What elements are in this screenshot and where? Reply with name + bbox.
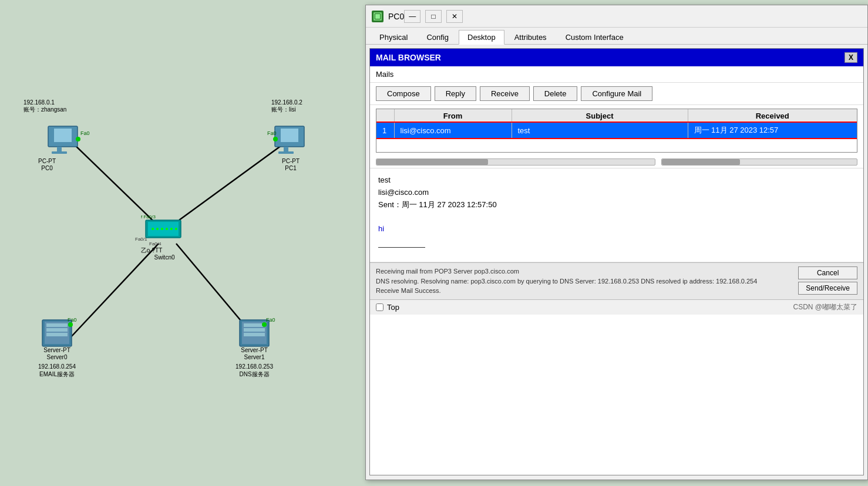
reply-button[interactable]: Reply <box>435 86 476 101</box>
tab-custom-interface[interactable]: Custom Interface <box>557 30 633 44</box>
svg-text:f Fa0/3: f Fa0/3 <box>141 214 156 220</box>
window-icon <box>372 11 383 22</box>
svg-text:Fa0: Fa0 <box>80 130 90 136</box>
svg-text:Server-PT: Server-PT <box>241 347 268 353</box>
svg-rect-36 <box>46 323 68 327</box>
delete-button[interactable]: Delete <box>533 86 578 101</box>
svg-text:乙o-?TT: 乙o-?TT <box>141 247 163 254</box>
mail-browser-panel: MAIL BROWSER X Mails Compose Reply Recei… <box>369 48 864 475</box>
svg-text:192.168.0.1: 192.168.0.1 <box>23 99 55 106</box>
svg-rect-48 <box>244 328 265 332</box>
horizontal-scrollbar-1[interactable] <box>376 158 655 166</box>
scrollbar-area <box>370 156 863 168</box>
compose-button[interactable]: Compose <box>376 86 431 101</box>
svg-point-39 <box>68 322 73 327</box>
window-controls: — □ ✕ <box>404 10 463 23</box>
window-title: PC0 <box>388 12 404 21</box>
svg-text:Fa0: Fa0 <box>68 317 77 323</box>
svg-text:Fa0/4: Fa0/4 <box>149 241 162 247</box>
svg-rect-38 <box>46 333 68 336</box>
status-bar: Receiving mail from POP3 Server pop3.cis… <box>370 262 863 299</box>
mail-row-1[interactable]: 1 lisi@cisco.com test 周一 11月 27 2023 12:… <box>376 123 857 138</box>
svg-rect-61 <box>375 14 380 19</box>
mail-table-container: From Subject Received 1 lisi@cisco.com t… <box>376 109 857 153</box>
svg-point-26 <box>166 228 168 230</box>
email-separator <box>378 247 425 248</box>
svg-point-50 <box>262 322 267 327</box>
scrollbar-thumb-1 <box>376 159 488 165</box>
svg-point-23 <box>152 228 154 230</box>
svg-rect-16 <box>278 151 294 154</box>
svg-text:192.168.0.254: 192.168.0.254 <box>38 363 76 370</box>
network-diagram: Fa0 PC-PT PC0 Fa0 PC-PT PC1 f Fa0/3 Fa0/… <box>0 0 364 486</box>
email-subject-line: test <box>378 174 855 187</box>
mail-row-empty <box>376 138 857 152</box>
col-subject: Subject <box>512 109 688 123</box>
col-received: Received <box>688 109 857 123</box>
tab-desktop[interactable]: Desktop <box>459 30 504 45</box>
svg-text:PC0: PC0 <box>41 165 53 171</box>
svg-rect-49 <box>244 333 265 336</box>
svg-text:Fa0/1: Fa0/1 <box>135 237 147 242</box>
status-action-buttons: Cancel Send/Receive <box>798 266 857 295</box>
svg-rect-6 <box>54 129 72 142</box>
svg-text:Fa0: Fa0 <box>267 130 277 136</box>
svg-text:DNS服务器: DNS服务器 <box>239 371 269 377</box>
svg-rect-0 <box>0 0 364 486</box>
mail-body: test lisi@cisco.com Sent：周一 11月 27 2023 … <box>370 168 863 262</box>
scrollbar-thumb-2 <box>662 159 740 165</box>
svg-rect-14 <box>281 129 298 142</box>
svg-point-27 <box>170 228 173 230</box>
svg-text:EMAIL服务器: EMAIL服务器 <box>39 371 75 377</box>
svg-rect-37 <box>46 328 68 332</box>
configure-mail-button[interactable]: Configure Mail <box>581 86 652 101</box>
svg-rect-7 <box>57 147 62 151</box>
row-received: 周一 11月 27 2023 12:57 <box>688 123 857 138</box>
svg-text:PC1: PC1 <box>285 165 297 171</box>
tab-attributes[interactable]: Attributes <box>506 30 556 44</box>
svg-point-25 <box>161 228 163 230</box>
email-body-content: hi <box>378 223 855 235</box>
bottom-bar: Top CSDN @嘟嘟太菜了 <box>370 299 863 315</box>
pc0-window: PC0 — □ ✕ Physical Config Desktop Attrib… <box>365 5 868 480</box>
email-sent-line: Sent：周一 11月 27 2023 12:57:50 <box>378 199 855 211</box>
csdn-watermark: CSDN @嘟嘟太菜了 <box>793 302 857 312</box>
row-from: lisi@cisco.com <box>394 123 512 138</box>
svg-text:账号：lisi: 账号：lisi <box>271 106 296 113</box>
row-subject: test <box>512 123 688 138</box>
mail-action-buttons: Compose Reply Receive Delete Configure M… <box>370 83 863 105</box>
row-index: 1 <box>376 123 394 138</box>
mails-label: Mails <box>370 66 863 83</box>
svg-rect-47 <box>244 323 265 327</box>
tab-physical[interactable]: Physical <box>371 30 416 44</box>
svg-text:PC-PT: PC-PT <box>282 158 300 164</box>
svg-text:Switcn0: Switcn0 <box>154 254 174 261</box>
col-from: From <box>394 109 512 123</box>
close-window-button[interactable]: ✕ <box>446 10 463 23</box>
svg-point-10 <box>76 137 80 141</box>
cancel-button[interactable]: Cancel <box>798 266 857 279</box>
window-titlebar: PC0 — □ ✕ <box>366 5 867 28</box>
mail-browser-header: MAIL BROWSER X <box>370 49 863 66</box>
status-text: Receiving mail from POP3 Server pop3.cis… <box>376 266 792 296</box>
svg-point-28 <box>175 228 177 230</box>
mail-browser-close-button[interactable]: X <box>845 52 857 63</box>
top-checkbox[interactable] <box>376 303 383 311</box>
tabs-bar: Physical Config Desktop Attributes Custo… <box>366 28 867 45</box>
minimize-button[interactable]: — <box>404 10 420 23</box>
svg-text:Server-PT: Server-PT <box>43 347 70 353</box>
top-checkbox-area: Top <box>376 303 399 312</box>
svg-text:Server1: Server1 <box>244 354 264 360</box>
send-receive-button[interactable]: Send/Receive <box>798 282 857 295</box>
horizontal-scrollbar-2[interactable] <box>661 158 857 166</box>
svg-text:Fa0: Fa0 <box>266 317 275 323</box>
svg-rect-8 <box>52 151 67 154</box>
maximize-button[interactable]: □ <box>425 10 442 23</box>
svg-rect-15 <box>284 147 288 151</box>
svg-point-24 <box>156 228 159 230</box>
svg-text:PC-PT: PC-PT <box>38 158 56 164</box>
tab-config[interactable]: Config <box>418 30 457 44</box>
top-label: Top <box>387 303 399 312</box>
email-from-line: lisi@cisco.com <box>378 187 855 199</box>
receive-button[interactable]: Receive <box>480 86 530 101</box>
